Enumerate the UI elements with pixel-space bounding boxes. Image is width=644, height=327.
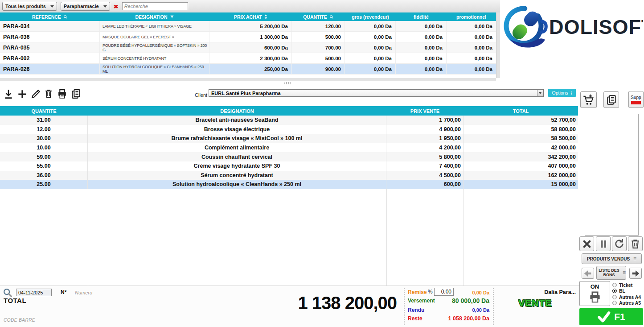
trash-button[interactable]: [628, 236, 643, 251]
cart-row[interactable]: 25.00 Solution hydroalcoolique « CleanHa…: [0, 180, 578, 189]
validate-f1-button[interactable]: F1: [579, 308, 643, 325]
column-header-designation[interactable]: DESIGNATION: [100, 12, 209, 21]
cell-total: 407 000,00: [464, 161, 578, 171]
cell-prix-vente: 1 700,00: [386, 116, 464, 125]
table-row[interactable]: PARA-034 LAMPE LED THÉRAPIE « LIGHTTHERA…: [0, 21, 496, 32]
add-icon[interactable]: [16, 88, 28, 100]
column-header-promotionnel[interactable]: promotionnel: [447, 12, 496, 21]
client-label: Client: [195, 92, 207, 98]
cart-row[interactable]: 59.00 Coussin chauffant cervical 5 800,0…: [0, 152, 578, 161]
search-input[interactable]: [122, 2, 188, 10]
column-header-total[interactable]: TOTAL: [464, 108, 578, 114]
category-dropdown-label: Tous les produits: [5, 4, 46, 9]
column-header-quantite[interactable]: QUANTITE: [292, 12, 345, 21]
liste-des-bons-button[interactable]: LISTE DES BONS ≡: [596, 266, 626, 280]
column-label: PRIX ACHAT: [234, 14, 262, 20]
cell-prix-achat: 1 300,00 Da: [209, 32, 292, 42]
subcategory-dropdown-label: Parapharmacie: [64, 4, 99, 9]
products-table-header: REFERENCE DESIGNATION PRIX ACHAT QUANTIT…: [0, 12, 496, 21]
client-select-value: EURL Santé Plus Parapharma: [211, 91, 281, 96]
cell-quantite: 12.00: [0, 125, 88, 134]
chevron-down-icon: [103, 5, 107, 8]
edit-icon[interactable]: [30, 88, 42, 100]
grand-total-value: 1 138 200,00: [134, 293, 397, 313]
remise-label: Remise: [408, 289, 427, 295]
column-header-fidelite[interactable]: fidélité: [396, 12, 447, 21]
client-select[interactable]: EURL Santé Plus Parapharma: [209, 89, 544, 97]
cell-designation: Solution hydroalcoolique « CleanHands » …: [88, 180, 386, 189]
cell-total: 15 000,00: [464, 180, 578, 189]
import-icon[interactable]: [3, 88, 14, 100]
cell-quantite: 120.00: [292, 21, 345, 31]
cell-total: 58 800,00: [464, 125, 578, 134]
cart-row[interactable]: 36.00 Sérum concentré hydratant 4 500,00…: [0, 171, 578, 180]
sort-icon: [264, 14, 267, 19]
cell-designation: MASQUE OCULAIRE GEL « EYEREST »: [100, 32, 209, 42]
barcode-input[interactable]: [3, 316, 101, 323]
add-to-cart-button[interactable]: [580, 91, 597, 108]
cart-row[interactable]: 30.00 Brume rafraîchissante visage « Mis…: [0, 134, 578, 143]
cart-table-zone: 31.00 Bracelet anti-nausées SeaBand 1 70…: [0, 116, 578, 286]
column-header-prix-vente[interactable]: PRIX VENTE: [386, 108, 464, 114]
table-row[interactable]: PARA-035 POUDRE BÉBÉ HYPOALLERGÉNIQUE « …: [0, 42, 496, 53]
horizontal-scrollbar[interactable]: [0, 78, 496, 81]
radio-icon: [612, 283, 617, 287]
logo-text: DOLISOFT: [549, 16, 643, 38]
cell-total: 58 500,00: [464, 134, 578, 143]
cell-gros: 0,00 Da: [345, 42, 396, 53]
print-option[interactable]: Ticket: [612, 282, 644, 288]
payment-zone: Remise % 0,00 Da Versement 80 000,00 Da …: [406, 286, 492, 327]
cart-row[interactable]: 55.00 Crème visage hydratante SPF 30 7 4…: [0, 161, 578, 171]
options-button[interactable]: Options ⁞: [548, 89, 576, 97]
column-header-prix-achat[interactable]: PRIX ACHAT: [209, 12, 292, 21]
validate-f1-label: F1: [614, 311, 625, 322]
cancel-button[interactable]: [579, 236, 594, 251]
date-input[interactable]: [16, 289, 52, 296]
cell-designation: SOLUTION HYDROALCOOLIQUE « CLEANHANDS » …: [100, 64, 209, 74]
cart-row[interactable]: 12.00 Brosse visage électrique 4 900,00 …: [0, 125, 578, 134]
copy-icon[interactable]: [70, 88, 82, 100]
previous-button[interactable]: [582, 268, 594, 279]
splitter-grip-icon[interactable]: [284, 82, 291, 84]
cell-gros: 0,00 Da: [345, 32, 396, 42]
subcategory-dropdown[interactable]: Parapharmacie: [61, 2, 110, 11]
numero-input[interactable]: [74, 289, 132, 296]
print-icon[interactable]: [57, 88, 68, 100]
category-dropdown[interactable]: Tous les produits: [2, 2, 57, 11]
delete-icon[interactable]: [43, 88, 55, 100]
table-row[interactable]: PARA-026 SOLUTION HYDROALCOOLIQUE « CLEA…: [0, 64, 496, 75]
cell-promotionnel: 0,00 Da: [447, 53, 496, 63]
cell-total: 52 700,00: [464, 116, 578, 125]
vertical-scrollbar[interactable]: [496, 12, 500, 78]
print-option[interactable]: BL: [612, 288, 644, 294]
table-row[interactable]: PARA-036 MASQUE OCULAIRE GEL « EYEREST »…: [0, 32, 496, 42]
cart-row[interactable]: 10.00 Complément alimentaire 4 200,00 42…: [0, 143, 578, 153]
held-tickets-list[interactable]: [585, 114, 639, 236]
rendu-amount: 0,00 Da: [472, 307, 489, 313]
column-header-designation[interactable]: DESIGNATION: [88, 108, 386, 114]
sale-mode-label: VENTE: [518, 298, 552, 308]
printer-button[interactable]: ON: [579, 281, 610, 306]
chevron-down-icon[interactable]: [537, 90, 543, 96]
search-icon[interactable]: [3, 288, 12, 298]
cart-row[interactable]: 31.00 Bracelet anti-nausées SeaBand 1 70…: [0, 116, 578, 125]
column-header-gros[interactable]: gros (revendeur): [345, 12, 396, 21]
produits-vendus-button[interactable]: PRODUITS VENDUS ≡: [582, 253, 642, 264]
print-option[interactable]: Autres A4: [612, 294, 644, 300]
column-header-reference[interactable]: REFERENCE: [0, 12, 100, 21]
cell-designation: Brosse visage électrique: [88, 125, 386, 134]
remise-input[interactable]: [434, 288, 454, 296]
pause-button[interactable]: [596, 236, 611, 251]
cell-designation: SÉRUM CONCENTRÉ HYDRATANT: [100, 53, 209, 63]
next-button[interactable]: [629, 268, 642, 279]
clear-filter-icon[interactable]: ✖: [114, 3, 119, 9]
print-option[interactable]: Autres A5: [612, 300, 644, 306]
cell-quantite: 25.00: [0, 180, 88, 189]
table-row[interactable]: PARA-002 SÉRUM CONCENTRÉ HYDRATANT 2 300…: [0, 53, 496, 64]
filter-toolbar: Tous les produits Parapharmacie ✖: [0, 0, 500, 12]
column-header-quantite[interactable]: QUANTITE: [0, 108, 88, 114]
refresh-button[interactable]: [612, 236, 627, 251]
documents-button[interactable]: [603, 91, 619, 108]
cell-quantite: 31.00: [0, 116, 88, 125]
supp-button[interactable]: Supp: [628, 91, 644, 108]
